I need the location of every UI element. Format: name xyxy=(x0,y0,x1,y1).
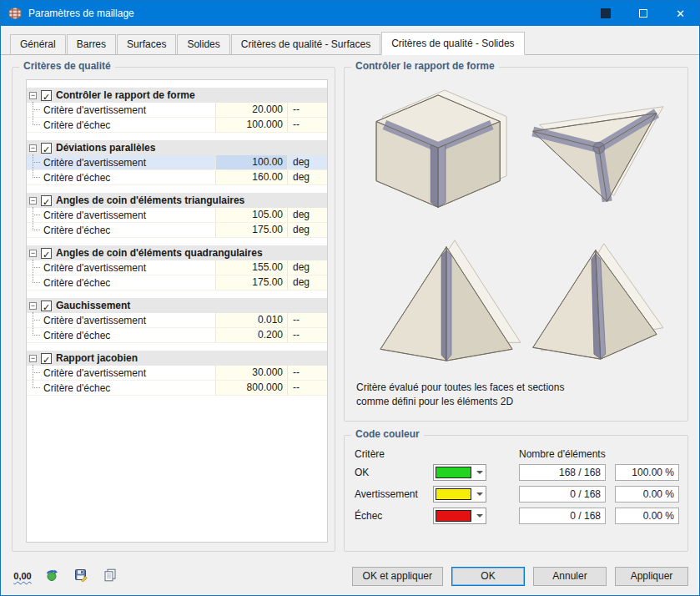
color-dropdown-ok[interactable] xyxy=(433,464,486,481)
criterion-value[interactable]: 0.010 xyxy=(215,313,287,327)
tree-group-parallel-deviations: Déviations parallèles Critère d'avertiss… xyxy=(27,140,327,185)
criterion-row[interactable]: Critère d'échec 0.200 -- xyxy=(27,328,327,343)
ok-and-apply-button[interactable]: OK et appliquer xyxy=(352,567,443,586)
checkbox-checked[interactable] xyxy=(41,353,52,364)
tree-group-header[interactable]: Rapport jacobien xyxy=(27,351,327,366)
checkbox-checked[interactable] xyxy=(41,301,52,311)
units-and-decimals-button[interactable]: 0,00 xyxy=(12,566,33,586)
color-code-row-ok: OK 168 / 168 100.00 % xyxy=(355,464,679,481)
checkbox-checked[interactable] xyxy=(41,143,52,154)
criterion-row[interactable]: Critère d'échec 100.000 -- xyxy=(27,118,327,133)
collapse-icon[interactable] xyxy=(29,92,37,99)
dialog-buttons: OK et appliquer OK Annuler Appliquer xyxy=(352,567,688,586)
criterion-label: Critère d'avertissement xyxy=(43,262,215,274)
save-as-default-button[interactable] xyxy=(70,566,92,586)
criterion-row[interactable]: Critère d'avertissement 105.00 deg xyxy=(27,208,327,223)
criterion-label: Critère d'échec xyxy=(43,330,215,341)
color-code-panel: Code couleur Critère Nombre d'éléments O… xyxy=(344,435,688,552)
criterion-value[interactable]: 100.00 xyxy=(215,155,287,169)
tree-branch xyxy=(33,282,40,283)
circular-arrow-icon xyxy=(45,568,58,584)
ok-button[interactable]: OK xyxy=(451,567,525,586)
criterion-value[interactable]: 175.00 xyxy=(215,223,287,237)
group-label: Angles de coin d'éléments triangulaires xyxy=(56,194,327,206)
collapse-icon[interactable] xyxy=(29,144,37,152)
element-count: 0 / 168 xyxy=(519,508,606,524)
tree-branch xyxy=(33,162,40,163)
criterion-value[interactable]: 800.000 xyxy=(215,381,287,395)
criterion-row[interactable]: Critère d'avertissement 155.00 deg xyxy=(27,260,327,275)
collapse-icon[interactable] xyxy=(29,302,37,310)
color-dropdown-warning[interactable] xyxy=(433,486,486,503)
collapse-icon[interactable] xyxy=(29,250,37,257)
maximize-button[interactable] xyxy=(624,1,662,26)
tree-branch xyxy=(33,177,40,178)
chevron-down-icon xyxy=(473,508,486,523)
criterion-unit: -- xyxy=(287,313,327,327)
criterion-row[interactable]: Critère d'avertissement 0.010 -- xyxy=(27,313,327,328)
criterion-label: Critère d'avertissement xyxy=(43,315,215,326)
criterion-value[interactable]: 105.00 xyxy=(215,208,287,222)
tab-solides[interactable]: Solides xyxy=(177,34,229,55)
criterion-unit: -- xyxy=(287,328,327,342)
tree-group-header[interactable]: Contrôler le rapport de forme xyxy=(27,88,327,103)
criterion-value[interactable]: 30.000 xyxy=(215,366,287,380)
tab-criteres-surfaces[interactable]: Critères de qualité - Surfaces xyxy=(231,34,380,55)
criterion-unit: deg xyxy=(287,275,327,290)
criterion-value[interactable]: 0.200 xyxy=(215,328,287,342)
criterion-value[interactable]: 160.00 xyxy=(215,170,287,184)
criterion-row[interactable]: Critère d'avertissement 30.000 -- xyxy=(27,366,327,381)
tree-group-header[interactable]: Angles de coin d'éléments quadrangulaire… xyxy=(27,245,327,260)
criterion-value[interactable]: 100.000 xyxy=(215,118,287,132)
close-icon xyxy=(676,8,685,20)
tab-general[interactable]: Général xyxy=(10,34,66,55)
tree-group-header[interactable]: Déviations parallèles xyxy=(27,140,327,155)
criterion-label: Critère d'échec xyxy=(43,225,215,236)
apply-button[interactable]: Appliquer xyxy=(615,567,688,586)
tree-group-header[interactable]: Gauchissement xyxy=(27,298,327,313)
group-label: Angles de coin d'éléments quadrangulaire… xyxy=(56,247,327,259)
criteria-tree-table: Contrôler le rapport de forme Critère d'… xyxy=(26,79,328,543)
criterion-row[interactable]: Critère d'échec 800.000 -- xyxy=(27,381,327,396)
criterion-row[interactable]: Critère d'échec 175.00 deg xyxy=(27,223,327,238)
collapse-icon[interactable] xyxy=(29,355,37,362)
close-button[interactable] xyxy=(662,1,699,26)
tree-group-triangular-corner-angles: Angles de coin d'éléments triangulaires … xyxy=(27,193,327,238)
minimize-button[interactable] xyxy=(587,1,624,26)
criterion-unit: -- xyxy=(287,381,327,395)
tab-strip: Général Barres Surfaces Solides Critères… xyxy=(1,26,699,55)
color-dropdown-failure[interactable] xyxy=(433,508,486,524)
criterion-row[interactable]: Critère d'avertissement 20.000 -- xyxy=(27,103,327,118)
criterion-unit: deg xyxy=(287,223,327,237)
tab-barres[interactable]: Barres xyxy=(67,34,116,55)
restore-defaults-button[interactable] xyxy=(41,566,63,586)
criterion-value[interactable]: 155.00 xyxy=(215,260,287,275)
mesh-settings-icon xyxy=(8,7,22,20)
window-controls xyxy=(587,1,699,26)
group-title-color-code: Code couleur xyxy=(351,428,424,440)
criterion-label: Critère d'échec xyxy=(43,119,215,131)
element-count: 168 / 168 xyxy=(519,464,606,481)
tab-surfaces[interactable]: Surfaces xyxy=(117,34,176,55)
checkbox-checked[interactable] xyxy=(41,195,52,206)
criterion-value[interactable]: 175.00 xyxy=(215,275,287,290)
checkbox-checked[interactable] xyxy=(41,248,52,259)
title-bar: Paramètres de maillage xyxy=(1,1,699,26)
cancel-button[interactable]: Annuler xyxy=(533,567,607,586)
collapse-icon[interactable] xyxy=(29,197,37,205)
copy-settings-button[interactable] xyxy=(99,566,121,586)
criterion-row[interactable]: Critère d'échec 160.00 deg xyxy=(27,170,327,185)
tree-group-header[interactable]: Angles de coin d'éléments triangulaires xyxy=(27,193,327,208)
minimize-icon xyxy=(601,8,611,18)
checkbox-checked[interactable] xyxy=(41,90,52,101)
tab-criteres-solides[interactable]: Critères de qualité - Solides xyxy=(381,32,524,55)
caption-line-1: Critère évalué pour toutes les faces et … xyxy=(356,381,677,395)
criterion-row-selected[interactable]: Critère d'avertissement 100.00 deg xyxy=(27,155,327,170)
criterion-label: Critère d'échec xyxy=(43,172,215,184)
tree-group-warping: Gauchissement Critère d'avertissement 0.… xyxy=(27,298,327,343)
element-count: 0 / 168 xyxy=(519,486,606,503)
tree-branch xyxy=(33,320,40,321)
criterion-value[interactable]: 20.000 xyxy=(215,103,287,117)
criterion-unit: deg xyxy=(287,208,327,222)
criterion-row[interactable]: Critère d'échec 175.00 deg xyxy=(27,275,327,290)
